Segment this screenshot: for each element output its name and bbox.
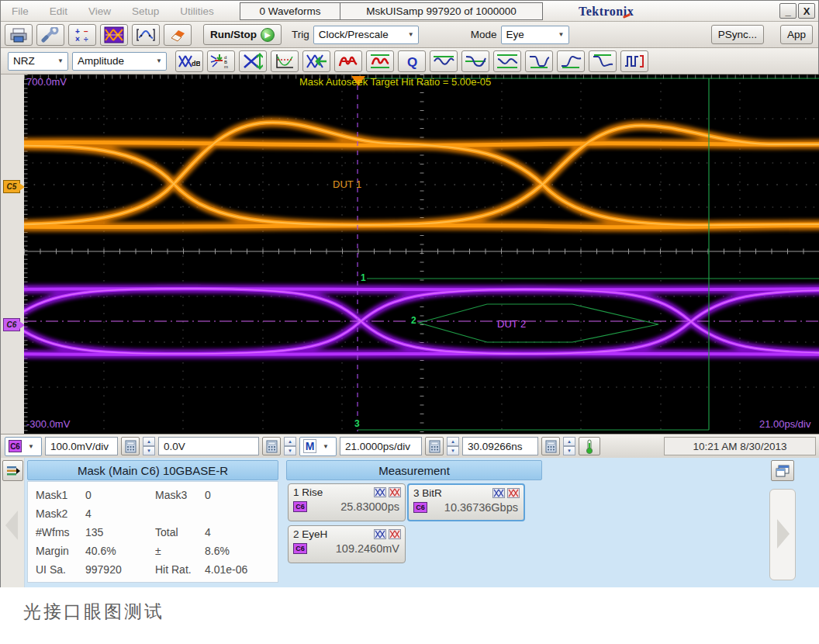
scroll-right-arrow[interactable]: [777, 519, 790, 549]
menu-setup[interactable]: Setup: [132, 5, 159, 17]
mask-count-icon[interactable]: [492, 488, 505, 498]
eye-align-button[interactable]: [302, 50, 330, 72]
clear-data-button[interactable]: [164, 24, 192, 46]
waveform-database-button[interactable]: [132, 24, 160, 46]
burst-width-icon: [496, 53, 518, 70]
trigger-source-select[interactable]: Clock/Prescale ▼: [313, 26, 419, 44]
mode-label: Mode: [471, 29, 497, 40]
channel-gutter: C5 C6: [1, 74, 24, 434]
mask-count-icon[interactable]: [374, 487, 386, 497]
calculator-icon: [266, 440, 278, 453]
close-button[interactable]: X: [798, 3, 815, 19]
print-button[interactable]: [5, 24, 33, 46]
menu-view[interactable]: View: [88, 5, 111, 17]
channel-c5-badge[interactable]: C5: [3, 180, 20, 193]
setup-tools-icon: [41, 27, 60, 43]
mask-hits-icon[interactable]: [507, 488, 520, 498]
mask-panel-header[interactable]: Mask (Main C6) 10GBASE-R: [27, 460, 278, 480]
waveform-count-readout: 0 Waveforms: [240, 2, 340, 20]
setup-dialogs-button[interactable]: [36, 24, 64, 46]
marker-1: 1: [361, 272, 366, 283]
scroll-left-arrow[interactable]: [5, 511, 18, 540]
spin-down-icon[interactable]: ▼: [284, 446, 296, 455]
vertical-scale-field[interactable]: 100.0mV/div: [45, 437, 118, 455]
app-button[interactable]: App: [780, 25, 813, 44]
time-per-div-label: 21.00ps/div: [759, 418, 811, 430]
calculator-icon: [125, 440, 136, 453]
spin-up-icon[interactable]: ▲: [563, 437, 575, 446]
jitter-button[interactable]: [334, 50, 362, 72]
mask-count-icon[interactable]: [374, 529, 386, 539]
waveform-display[interactable]: C5 C6: [1, 74, 819, 434]
dropdown-arrow-icon: ▼: [152, 57, 166, 64]
bathtub-curve-icon: [275, 53, 295, 70]
spin-down-icon[interactable]: ▼: [143, 446, 155, 455]
burst-width-button[interactable]: [493, 50, 521, 72]
math-button[interactable]: + − × ÷: [68, 24, 96, 46]
mask-hits-icon[interactable]: [389, 487, 401, 497]
menu-utilities[interactable]: Utilities: [180, 5, 214, 17]
dropdown-arrow-icon: ▼: [24, 443, 38, 450]
vertical-offset-spinner[interactable]: ▲ ▼: [284, 437, 296, 455]
q-factor-button[interactable]: Q: [398, 50, 426, 72]
spin-down-icon[interactable]: ▼: [563, 446, 575, 455]
measurement-rise[interactable]: 1 Rise C6 25.83000ps: [288, 483, 406, 521]
spin-up-icon[interactable]: ▲: [143, 437, 155, 446]
horizontal-scale-keypad-button[interactable]: [425, 437, 444, 455]
ac-rms-button[interactable]: [430, 50, 458, 72]
pattern-sync-button[interactable]: [620, 50, 648, 72]
dropdown-arrow-icon: ▼: [54, 57, 67, 64]
vertical-offset-field[interactable]: 0.0V: [158, 437, 259, 455]
mask-hits-icon[interactable]: [389, 529, 401, 539]
horizontal-position-spinner[interactable]: ▲ ▼: [563, 437, 575, 455]
vertical-scale-keypad-button[interactable]: [121, 437, 140, 455]
menu-file[interactable]: File: [12, 5, 29, 17]
timebase-select[interactable]: M ▼: [299, 437, 337, 456]
vertical-scale-spinner[interactable]: ▲ ▼: [143, 437, 155, 455]
waveform-database-icon: [136, 27, 155, 43]
temperature-status-button[interactable]: [579, 437, 600, 455]
measure-category-select[interactable]: Amplitude ▼: [72, 52, 167, 71]
fall-time-button[interactable]: [461, 50, 489, 72]
panel-collapse-button[interactable]: [2, 460, 23, 481]
channel-select[interactable]: C6 ▼: [5, 437, 42, 456]
panel-window-button[interactable]: [771, 460, 794, 481]
eye-autoset-button[interactable]: [239, 50, 267, 72]
dropdown-arrow-icon: ▼: [555, 31, 568, 38]
horizontal-position-keypad-button[interactable]: [541, 437, 560, 455]
panel-right-strip: [769, 489, 796, 580]
psync-button[interactable]: PSync...: [711, 25, 764, 44]
mask-test-button[interactable]: [100, 24, 128, 46]
measurement-bitrate[interactable]: 3 BitR C6 10.36736Gbps: [407, 483, 525, 521]
bathtub-curve-button[interactable]: [271, 50, 299, 72]
undershoot-button[interactable]: [525, 50, 553, 72]
measurement-panel-header[interactable]: Measurement: [286, 460, 542, 480]
noise-button[interactable]: [366, 50, 394, 72]
minimize-button[interactable]: _: [779, 3, 797, 19]
mode-select[interactable]: Eye ▼: [501, 26, 569, 44]
eye-db-button[interactable]: dB: [175, 50, 203, 72]
graticule-area[interactable]: 1 2 3 700.0mV Mask Autoseek Target Hit R…: [24, 74, 819, 434]
spin-up-icon[interactable]: ▲: [284, 437, 296, 446]
measurement-value: 25.83000ps: [340, 500, 401, 513]
c6-source-badge: C6: [293, 543, 307, 554]
spin-down-icon[interactable]: ▼: [447, 446, 459, 455]
eye-align-icon: [306, 54, 327, 69]
mask-row: Mask10 Mask30: [36, 486, 278, 504]
menu-edit[interactable]: Edit: [50, 5, 67, 17]
ac-rms-icon: [433, 54, 454, 69]
vertical-offset-keypad-button[interactable]: [262, 437, 281, 455]
measurement-eye-height[interactable]: 2 EyeH C6 109.2460mV: [288, 525, 406, 563]
run-stop-button[interactable]: Run/Stop ▶: [203, 24, 282, 45]
q-factor-icon: Q: [404, 54, 420, 69]
optical-power-button[interactable]: d B m: [207, 50, 235, 72]
spin-up-icon[interactable]: ▲: [447, 437, 459, 446]
signal-type-select[interactable]: NRZ ▼: [8, 52, 68, 71]
mask-row: #Wfms135 Total4: [36, 523, 278, 542]
rise-time-button[interactable]: [557, 50, 585, 72]
overshoot-button[interactable]: [589, 50, 617, 72]
horizontal-scale-field[interactable]: 21.0000ps/div: [340, 437, 422, 455]
horizontal-scale-spinner[interactable]: ▲ ▼: [447, 437, 459, 455]
horizontal-position-field[interactable]: 30.09266ns: [462, 437, 538, 455]
channel-c6-badge[interactable]: C6: [3, 318, 20, 331]
